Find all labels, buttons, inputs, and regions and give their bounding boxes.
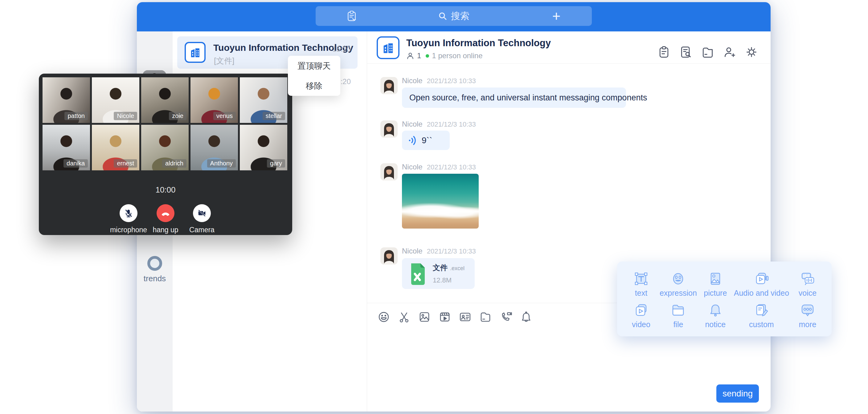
participant-name: Anthony xyxy=(207,159,236,167)
hang-up-button[interactable] xyxy=(157,204,175,222)
participant-grid: patton Nicole zoie venus stellar danika … xyxy=(42,77,288,170)
mic-off-icon xyxy=(124,208,133,218)
voice-icon xyxy=(800,271,815,287)
panel-item-expression[interactable]: expression xyxy=(660,268,697,300)
picture-icon[interactable] xyxy=(418,311,431,323)
panel-item-label: file xyxy=(673,320,683,329)
conversation-time: 15:20 xyxy=(332,45,351,54)
sender-avatar[interactable] xyxy=(380,77,398,94)
chat-title: Tuoyun Information Technology xyxy=(406,38,551,49)
group-call-window: patton Nicole zoie venus stellar danika … xyxy=(39,74,292,235)
sender-avatar[interactable] xyxy=(380,163,398,181)
conversation-context-menu: 置顶聊天 移除 xyxy=(288,56,340,96)
sender-name: Nicole xyxy=(402,163,423,171)
file-folder-icon[interactable] xyxy=(479,311,492,323)
video-clapper-icon[interactable] xyxy=(438,311,451,323)
text-icon xyxy=(633,271,649,287)
search-history-icon[interactable] xyxy=(679,45,692,59)
file-meta: 文件 .excel 12.8M xyxy=(433,263,465,284)
participant-name: aldrich xyxy=(162,159,186,167)
participant-name: gary xyxy=(267,159,285,167)
message-time: 2021/12/3 10:33 xyxy=(427,247,476,255)
panel-item-custom[interactable]: custom xyxy=(734,300,789,332)
call-phone-camera-icon[interactable] xyxy=(499,311,512,323)
member-count: 1 xyxy=(417,52,421,60)
participant-tile: gary xyxy=(240,125,287,170)
members-icon xyxy=(406,52,414,60)
panel-item-notice[interactable]: notice xyxy=(697,300,734,332)
settings-gear-icon[interactable] xyxy=(745,45,758,59)
camera-toggle-button[interactable] xyxy=(193,204,211,222)
participant-name: stellar xyxy=(262,112,285,120)
menu-item-remove[interactable]: 移除 xyxy=(288,76,340,96)
panel-item-picture[interactable]: picture xyxy=(697,268,734,300)
participant-name: danika xyxy=(63,159,88,167)
message-text: Open source, free, and universal instant… xyxy=(409,93,647,103)
participant-tile: stellar xyxy=(240,77,287,123)
participant-name: venus xyxy=(213,112,236,120)
voice-duration: 9`` xyxy=(422,135,432,146)
text-message-bubble[interactable]: Open source, free, and universal instant… xyxy=(402,88,626,108)
audio-video-icon xyxy=(753,271,769,287)
panel-item-file[interactable]: file xyxy=(660,300,697,332)
add-button[interactable]: + xyxy=(549,9,564,23)
custom-icon xyxy=(753,302,769,318)
microphone-mute-button[interactable] xyxy=(120,204,137,222)
trends-label: trends xyxy=(137,274,173,283)
panel-item-label: text xyxy=(635,289,647,297)
panel-item-more[interactable]: more xyxy=(789,300,826,332)
message-meta: Nicole 2021/12/3 10:33 xyxy=(402,247,476,255)
message-time: 2021/12/3 10:33 xyxy=(427,163,476,171)
voice-message-bubble[interactable]: 9`` xyxy=(402,131,450,150)
emoji-icon[interactable] xyxy=(377,311,390,323)
hang-up-icon xyxy=(160,208,171,218)
participant-tile: patton xyxy=(42,77,90,123)
expression-icon xyxy=(670,271,686,287)
panel-item-video[interactable]: video xyxy=(623,300,660,332)
send-button[interactable]: sending xyxy=(716,384,759,403)
participant-tile: danika xyxy=(42,125,90,170)
panel-item-label: expression xyxy=(660,289,697,297)
panel-item-label: video xyxy=(632,320,650,329)
participant-tile: aldrich xyxy=(141,125,189,170)
online-status: 1 person online xyxy=(432,52,483,60)
message-meta: Nicole 2021/12/3 10:33 xyxy=(402,120,476,128)
sender-avatar[interactable] xyxy=(380,247,398,264)
panel-item-label: Audio and video xyxy=(734,289,789,297)
add-member-icon[interactable] xyxy=(723,45,736,59)
search-bar[interactable]: 搜索 + xyxy=(316,6,592,26)
participant-name: zoie xyxy=(169,112,186,120)
conversation-preview: [文件] xyxy=(214,56,234,66)
header-divider xyxy=(367,63,771,64)
trends-icon xyxy=(147,256,162,271)
panel-item-text[interactable]: text xyxy=(623,268,660,300)
file-folder-icon xyxy=(670,302,686,318)
notice-bell-icon xyxy=(707,302,723,318)
message-time: 2021/12/3 10:33 xyxy=(427,121,476,128)
call-timer: 10:00 xyxy=(39,185,292,195)
menu-item-pin-chat[interactable]: 置顶聊天 xyxy=(288,56,340,76)
chat-header-actions xyxy=(657,45,758,59)
more-icon xyxy=(800,302,815,318)
file-name: 文件 xyxy=(433,263,447,273)
sender-name: Nicole xyxy=(402,76,423,85)
panel-item-label: voice xyxy=(799,289,816,297)
call-record-icon[interactable] xyxy=(657,45,671,59)
screenshot-scissors-icon[interactable] xyxy=(398,311,410,323)
search-placeholder: 搜索 xyxy=(451,10,469,23)
panel-item-voice[interactable]: voice xyxy=(789,268,826,300)
panel-item-audio-video[interactable]: Audio and video xyxy=(734,268,789,300)
panel-item-label: custom xyxy=(749,320,774,329)
chat-group-icon xyxy=(377,36,400,59)
panel-item-label: notice xyxy=(705,320,725,329)
sender-avatar[interactable] xyxy=(380,121,398,138)
online-dot xyxy=(426,54,429,58)
participant-tile: Nicole xyxy=(92,77,139,123)
sender-name: Nicole xyxy=(402,247,423,255)
chat-subtitle: 1 1 person online xyxy=(406,52,483,60)
contact-card-icon[interactable] xyxy=(459,311,472,323)
file-message-bubble[interactable]: 文件 .excel 12.8M xyxy=(402,258,475,289)
files-icon[interactable] xyxy=(701,45,714,59)
notice-bell-icon[interactable] xyxy=(520,311,533,323)
image-message-beach[interactable] xyxy=(402,174,479,229)
